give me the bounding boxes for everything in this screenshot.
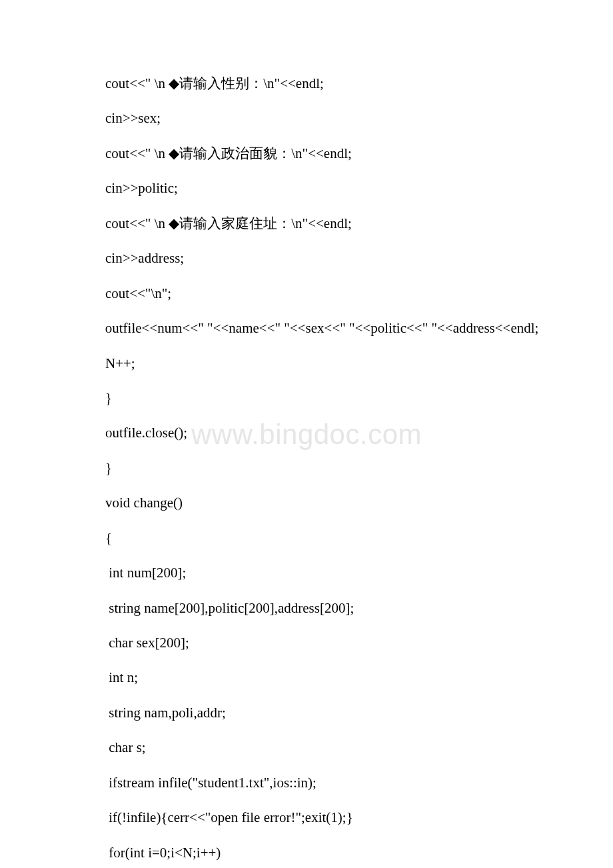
code-line: { [67, 528, 546, 548]
document-page: www.bingdoc.com cout<<" \n ◆请输入性别：\n"<<e… [0, 0, 613, 868]
code-line: char s; [67, 737, 546, 757]
code-line: int num[200]; [67, 563, 546, 583]
code-line: for(int i=0;i<N;i++) [67, 843, 546, 863]
code-line: outfile.close(); [67, 423, 546, 443]
code-line: } [67, 458, 546, 478]
code-line: N++; [67, 353, 546, 373]
code-line: cout<<" \n ◆请输入性别：\n"<<endl; [67, 73, 546, 93]
code-line: if(!infile){cerr<<"open file error!";exi… [67, 807, 546, 827]
code-line: cout<<" \n ◆请输入家庭住址：\n"<<endl; [67, 213, 546, 233]
code-line: outfile<<num<<" "<<name<<" "<<sex<<" "<<… [67, 318, 546, 338]
code-line: } [67, 388, 546, 408]
code-line: cout<<" \n ◆请输入政治面貌：\n"<<endl; [67, 143, 546, 163]
code-line: cout<<"\n"; [67, 283, 546, 303]
code-line: int n; [67, 667, 546, 687]
code-line: cin>>politic; [67, 178, 546, 198]
code-line: cin>>address; [67, 248, 546, 268]
code-line: void change() [67, 493, 546, 513]
code-block: cout<<" \n ◆请输入性别：\n"<<endl;cin>>sex;cou… [67, 73, 546, 868]
code-line: ifstream infile("student1.txt",ios::in); [67, 773, 546, 793]
code-line: string nam,poli,addr; [67, 703, 546, 723]
code-line: char sex[200]; [67, 633, 546, 653]
code-line: string name[200],politic[200],address[20… [67, 598, 546, 618]
code-line: cin>>sex; [67, 108, 546, 128]
